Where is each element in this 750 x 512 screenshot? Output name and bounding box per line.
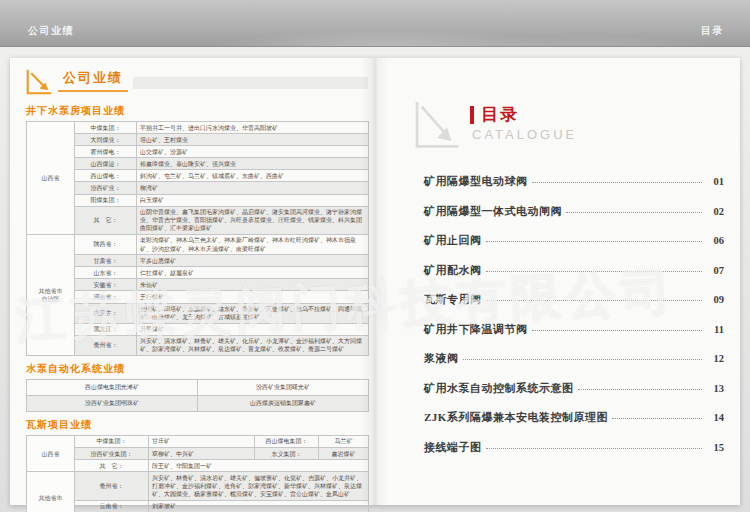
company-cell: 陕西省： xyxy=(75,234,137,254)
dotted-leader xyxy=(566,212,702,213)
company-cell: 山东省： xyxy=(75,267,137,279)
dotted-leader xyxy=(532,182,703,183)
toc-page-number: 09 xyxy=(706,294,724,305)
table-of-contents: 矿用隔爆型电动球阀01 矿用隔爆型一体式电动闸阀02 矿用止回阀06 矿用配水阀… xyxy=(414,174,724,455)
table-row: 山西省 中煤集团： 甘庄矿 西山煤电集团： 马兰矿 xyxy=(27,435,369,447)
table-row: 河南省：王行煤矿 xyxy=(27,291,369,303)
province-cell: 其他省市 自治区 xyxy=(27,234,75,355)
company-cell: 阳煤集团： xyxy=(75,194,137,206)
left-page-header: 公司业绩 xyxy=(26,68,368,98)
toc-label: 矿用止回阀 xyxy=(424,233,482,248)
toc-item[interactable]: ZJK系列隔爆兼本安电装控制原理图14 xyxy=(424,410,724,425)
mines-cell: 兴安矿、林贵矿、清水岩矿、雄关矿、偏坡寨矿、化觉矿、吉源矿、小龙井矿、打磨冲矿、… xyxy=(149,472,369,500)
topbar-right-title: 目录 xyxy=(701,24,724,38)
company-cell: 汾西矿业： xyxy=(75,182,137,194)
table-row: 山西省 中煤集团： 平朔井工一号井、进出口污水沟煤业、华晋高阳坡矿 xyxy=(27,122,369,134)
mines-cell: 山阴华晋煤业、鑫飞集团毛家沟煤矿、晶启煤矿、潞安集团高河煤业、潞宁孙家沟煤业、华… xyxy=(137,206,369,234)
mines-cell: 塔山矿、王村煤业 xyxy=(137,134,369,146)
section-heading-automation: 水泵自动化系统业绩 xyxy=(26,362,368,376)
mines-cell: 双柳矿、中兴矿 xyxy=(149,448,255,460)
dotted-leader xyxy=(486,271,703,272)
dotted-leader xyxy=(463,359,703,360)
corner-arrow-icon xyxy=(26,69,52,95)
toc-item[interactable]: 矿用隔爆型电动球阀01 xyxy=(424,174,724,189)
mines-cell: 鑫岩煤矿 xyxy=(319,448,369,460)
catalogue-title-block: 目录 CATALOGUE xyxy=(470,106,577,142)
toc-label: 接线端子图 xyxy=(424,440,482,455)
mines-cell: 仁扛煤矿、赵屋泉矿 xyxy=(137,267,369,279)
company-cell: 中煤集团： xyxy=(75,122,137,134)
mines-cell: 甘庄矿 xyxy=(149,435,255,447)
dotted-leader xyxy=(486,241,703,242)
toc-label: 浆液阀 xyxy=(424,351,459,366)
toc-item[interactable]: 矿用止回阀06 xyxy=(424,233,724,248)
toc-label: 矿用隔爆型电动球阀 xyxy=(424,174,528,189)
company-cell: 山西煤运： xyxy=(75,158,137,170)
company-cell: 汾西矿业集团： xyxy=(75,448,149,460)
table-row: 其他省市 自治区 陕西省： 老彩沟煤矿、神木乌兰色太矿、神木新厂岭煤矿、神木市红… xyxy=(27,234,369,254)
table-row: 其他省市 贵州省： 兴安矿、林贵矿、清水岩矿、雄关矿、偏坡寨矿、化觉矿、吉源矿、… xyxy=(27,472,369,500)
table-row: 汾西矿业集团明珠矿 山西煤炭运销集团聚鑫矿 xyxy=(27,395,369,411)
mines-cell: 山交煤矿、汾源矿 xyxy=(137,146,369,158)
dotted-leader xyxy=(578,389,703,390)
pump-automation-table: 西山煤电集团光滩矿 汾西矿业集团曙光矿 汾西矿业集团明珠矿 山西煤炭运销集团聚鑫… xyxy=(26,379,369,412)
mines-cell: 朱仙矿 xyxy=(137,279,369,291)
table-row: 西山煤电：斜沟矿、屯兰矿、马兰矿、镇城底矿、东曲矿、西曲矿 xyxy=(27,170,369,182)
toc-item[interactable]: 接线端子图15 xyxy=(424,440,724,455)
table-row: 汾西矿业：柳湾矿 xyxy=(27,182,369,194)
mine-cell: 山西煤炭运销集团聚鑫矿 xyxy=(198,395,369,411)
toc-page-number: 02 xyxy=(706,206,724,217)
dotted-leader xyxy=(532,330,703,331)
page-background: 公司业绩 井下水泵房项目业绩 山西省 中煤集团： 平朔井工一号井、进出口污水沟煤… xyxy=(0,47,750,512)
toc-item[interactable]: 矿用配水阀07 xyxy=(424,263,724,278)
mines-cell: 平多山恩煤矿 xyxy=(137,255,369,267)
toc-item[interactable]: 矿用水泵自动控制系统示意图13 xyxy=(424,381,724,396)
toc-page-number: 13 xyxy=(706,383,724,394)
company-cell: 西山煤电： xyxy=(75,170,137,182)
toc-page-number: 07 xyxy=(706,265,724,276)
dotted-leader xyxy=(486,448,703,449)
company-cell: 大同煤业： xyxy=(75,134,137,146)
company-cell: 其 它： xyxy=(75,206,137,234)
mines-cell: 升平煤矿 xyxy=(137,323,369,335)
table-row: 其 它：山阴华晋煤业、鑫飞集团毛家沟煤矿、晶启煤矿、潞安集团高河煤业、潞宁孙家沟… xyxy=(27,206,369,234)
company-cell: 内蒙古： xyxy=(75,303,137,323)
table-row: 山东省：仁扛煤矿、赵屋泉矿 xyxy=(27,267,369,279)
table-row: 安徽省：朱仙矿 xyxy=(27,279,369,291)
table-row: 大同煤业：塔山矿、王村煤业 xyxy=(27,134,369,146)
company-cell: 中煤集团： xyxy=(75,435,149,447)
title-extension-bar xyxy=(133,77,368,89)
mines-cell: 光明矿、阳塔矿、东源煤矿、鑫东矿、隆新矿、天使煤矿、敖乌不拉煤矿、四通和煤矿、山… xyxy=(137,303,369,323)
toc-page-number: 12 xyxy=(706,353,724,364)
table-row: 黑龙江：升平煤矿 xyxy=(27,323,369,335)
mine-cell: 汾西矿业集团明珠矿 xyxy=(27,395,198,411)
table-row: 霍州煤电：山交煤矿、汾源矿 xyxy=(27,146,369,158)
company-cell: 霍州煤电： xyxy=(75,146,137,158)
section-heading-pumproom: 井下水泵房项目业绩 xyxy=(26,104,368,118)
toc-item[interactable]: 矿用井下降温调节阀11 xyxy=(424,322,724,337)
toc-item[interactable]: 矿用隔爆型一体式电动闸阀02 xyxy=(424,204,724,219)
table-row: 云南省： 刘家坡矿 xyxy=(27,500,369,512)
toc-item[interactable]: 瓦斯专用阀09 xyxy=(424,292,724,307)
toc-label: ZJK系列隔爆兼本安电装控制原理图 xyxy=(424,410,608,425)
table-row: 西山煤电集团光滩矿 汾西矿业集团曙光矿 xyxy=(27,379,369,395)
company-cell: 西山煤电集团： xyxy=(255,435,319,447)
toc-item[interactable]: 浆液阀12 xyxy=(424,351,724,366)
mines-cell: 王行煤矿 xyxy=(137,291,369,303)
corner-arrow-icon xyxy=(414,100,460,150)
gas-project-table: 山西省 中煤集团： 甘庄矿 西山煤电集团： 马兰矿 汾西矿业集团： 双柳矿、中兴… xyxy=(26,435,369,512)
mines-cell: 柳湾矿 xyxy=(137,182,369,194)
dotted-leader xyxy=(612,418,702,419)
mine-cell: 西山煤电集团光滩矿 xyxy=(27,379,198,395)
table-row: 汾西矿业集团： 双柳矿、中兴矿 东义集团： 鑫岩煤矿 xyxy=(27,448,369,460)
toc-label: 矿用水泵自动控制系统示意图 xyxy=(424,381,574,396)
toc-label: 瓦斯专用阀 xyxy=(424,292,482,307)
toc-label: 矿用配水阀 xyxy=(424,263,482,278)
mines-cell: 白玉煤矿 xyxy=(137,194,369,206)
company-cell: 甘肃省： xyxy=(75,255,137,267)
mines-cell: 兴安矿、清水煤矿、林贵矿、雄关矿、化乐矿、小龙潭矿、金沙福利煤矿、大方回煤矿、彭… xyxy=(137,335,369,355)
table-row: 其 它： 段王矿、华阳集团一矿 xyxy=(27,460,369,472)
catalog-spread: 公司业绩 目录 公司业绩 井下水泵房项目业绩 xyxy=(0,0,750,512)
mine-cell: 汾西矿业集团曙光矿 xyxy=(198,379,369,395)
table-row: 阳煤集团：白玉煤矿 xyxy=(27,194,369,206)
